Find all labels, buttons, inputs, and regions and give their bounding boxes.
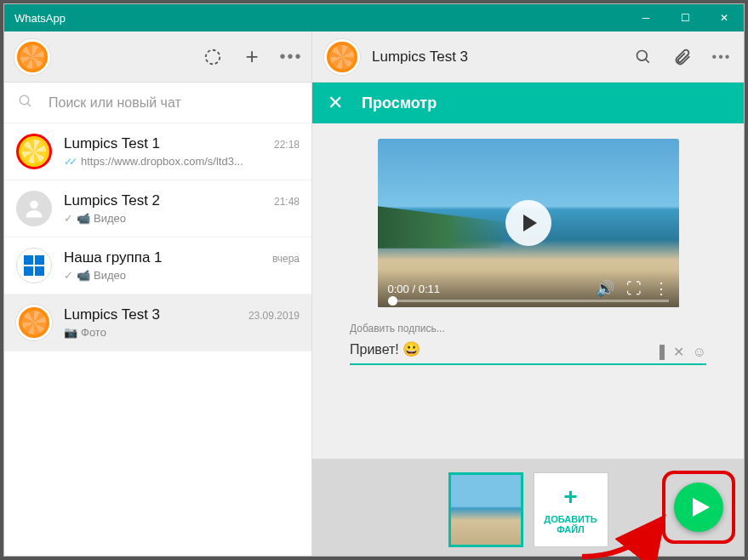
chat-name: Lumpics Test 1 xyxy=(64,135,160,152)
chat-item-selected[interactable]: Lumpics Test 323.09.2019 📷Фото xyxy=(4,294,311,351)
text-cursor xyxy=(659,345,665,360)
search-placeholder: Поиск или новый чат xyxy=(49,95,181,111)
volume-icon[interactable]: 🔊 xyxy=(596,279,614,298)
chat-name: Lumpics Test 3 xyxy=(64,306,160,323)
video-progress[interactable] xyxy=(388,300,669,302)
emoji-picker-icon[interactable]: ☺ xyxy=(693,345,706,360)
avatar-icon xyxy=(16,248,52,283)
video-preview[interactable]: 0:00 / 0:11 🔊 ⛶ ⋮ xyxy=(378,139,679,307)
preview-bar: ✕ Просмотр xyxy=(312,83,744,123)
play-button[interactable] xyxy=(505,200,551,246)
chat-menu-icon[interactable]: ••• xyxy=(711,47,732,67)
minimize-button[interactable]: ─ xyxy=(626,4,665,31)
chat-time: 21:48 xyxy=(274,196,300,208)
app-title: WhatsApp xyxy=(14,12,66,25)
chat-time: 23.09.2019 xyxy=(248,310,300,322)
video-icon: 📹 xyxy=(77,212,90,225)
caption-text: Привет! xyxy=(350,342,399,357)
close-preview-button[interactable]: ✕ xyxy=(328,92,343,114)
chat-list: Lumpics Test 122:18 ✓✓https://www.dropbo… xyxy=(4,123,311,556)
chat-item[interactable]: Lumpics Test 221:48 ✓📹Видео xyxy=(4,180,311,237)
chat-preview: Фото xyxy=(81,326,106,339)
search-in-chat-icon[interactable] xyxy=(633,47,654,67)
my-avatar[interactable] xyxy=(14,39,50,75)
chat-item[interactable]: Наша группа 1вчера ✓📹Видео xyxy=(4,237,311,294)
menu-icon[interactable]: ••• xyxy=(281,47,301,67)
chat-title: Lumpics Test 3 xyxy=(372,49,468,66)
clear-caption-icon[interactable]: ✕ xyxy=(673,344,684,360)
attach-icon[interactable] xyxy=(672,47,693,67)
status-icon[interactable] xyxy=(203,47,223,67)
emoji-in-text: 😀 xyxy=(403,340,420,358)
left-pane: + ••• Поиск или новый чат Lumpics Test 1… xyxy=(4,31,312,556)
avatar-icon xyxy=(16,134,52,169)
fullscreen-icon[interactable]: ⛶ xyxy=(626,280,642,298)
avatar-icon xyxy=(16,305,52,340)
search-icon xyxy=(18,94,33,112)
chat-preview: Видео xyxy=(94,212,126,225)
add-file-label: ДОБАВИТЬ ФАЙЛ xyxy=(534,514,608,534)
new-chat-icon[interactable]: + xyxy=(242,47,262,67)
delivered-check-icon: ✓ xyxy=(64,212,73,225)
close-window-button[interactable]: ✕ xyxy=(705,4,744,31)
chat-preview: https://www.dropbox.com/s/ltd3... xyxy=(81,155,243,168)
caption-input[interactable]: Привет! 😀 xyxy=(350,338,706,365)
plus-icon: + xyxy=(563,485,577,509)
attachment-strip: + ДОБАВИТЬ ФАЙЛ xyxy=(312,459,744,556)
left-header: + ••• xyxy=(4,31,311,83)
svg-point-1 xyxy=(20,95,29,105)
preview-title: Просмотр xyxy=(362,94,437,112)
titlebar: WhatsApp ─ ☐ ✕ xyxy=(4,4,744,31)
maximize-button[interactable]: ☐ xyxy=(665,4,705,31)
svg-line-2 xyxy=(27,103,31,106)
attachment-thumbnail[interactable] xyxy=(448,472,523,547)
svg-point-0 xyxy=(206,49,220,64)
chat-time: вчера xyxy=(272,253,300,265)
right-pane: Lumpics Test 3 ••• ✕ Просмотр xyxy=(312,31,744,556)
delivered-check-icon: ✓ xyxy=(64,269,73,282)
video-icon: 📹 xyxy=(77,269,90,282)
chat-item[interactable]: Lumpics Test 122:18 ✓✓https://www.dropbo… xyxy=(4,123,311,180)
chat-header: Lumpics Test 3 ••• xyxy=(312,31,744,83)
chat-avatar[interactable] xyxy=(324,39,360,75)
photo-icon: 📷 xyxy=(64,326,77,339)
search-bar[interactable]: Поиск или новый чат xyxy=(4,83,311,123)
svg-point-4 xyxy=(637,50,648,60)
avatar-icon xyxy=(16,191,52,226)
chat-time: 22:18 xyxy=(274,139,300,151)
chat-name: Наша группа 1 xyxy=(64,249,163,266)
chat-name: Lumpics Test 2 xyxy=(64,192,160,209)
read-check-icon: ✓✓ xyxy=(64,156,74,168)
video-time: 0:00 / 0:11 xyxy=(388,283,440,295)
svg-line-5 xyxy=(646,59,649,62)
add-file-button[interactable]: + ДОБАВИТЬ ФАЙЛ xyxy=(534,472,608,547)
video-menu-icon[interactable]: ⋮ xyxy=(654,279,669,298)
app-window: WhatsApp ─ ☐ ✕ + ••• Поиск xyxy=(3,3,745,557)
chat-preview: Видео xyxy=(94,269,126,282)
svg-point-3 xyxy=(30,201,37,209)
caption-label: Добавить подпись... xyxy=(350,323,706,334)
send-button[interactable] xyxy=(674,483,723,532)
